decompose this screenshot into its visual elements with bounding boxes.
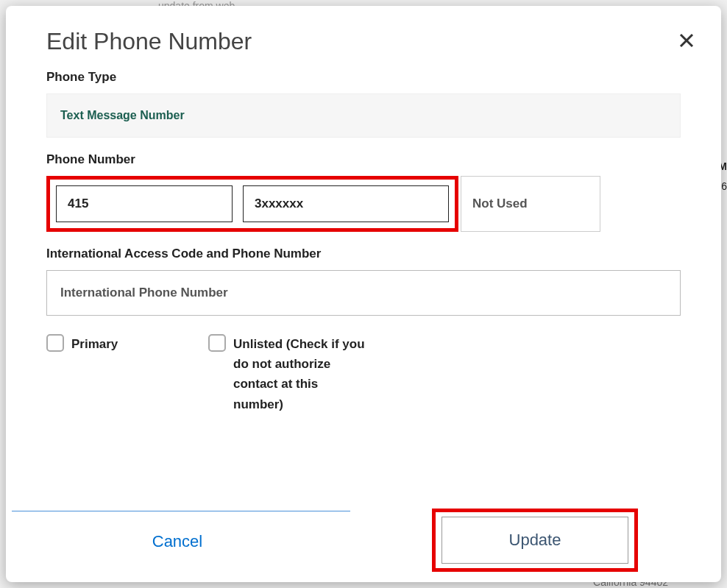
update-highlight: Update xyxy=(432,509,638,572)
primary-label: Primary xyxy=(71,334,118,354)
phone-highlight xyxy=(46,176,458,232)
phone-number-input[interactable] xyxy=(243,185,449,222)
phone-type-value: Text Message Number xyxy=(46,93,681,138)
edit-phone-modal: Edit Phone Number Phone Type Text Messag… xyxy=(6,6,721,582)
primary-checkbox-item: Primary xyxy=(46,334,208,414)
update-wrap: Update xyxy=(349,501,721,582)
intl-label: International Access Code and Phone Numb… xyxy=(46,247,681,261)
footer-divider xyxy=(12,511,350,511)
update-button[interactable]: Update xyxy=(441,517,628,564)
phone-number-row xyxy=(46,176,681,232)
unlisted-checkbox[interactable] xyxy=(208,334,226,352)
modal-footer: Cancel Update xyxy=(6,501,721,582)
extension-input[interactable] xyxy=(461,176,600,232)
intl-phone-input[interactable] xyxy=(46,270,681,316)
checkbox-row: Primary Unlisted (Check if you do not au… xyxy=(46,334,681,414)
close-button[interactable] xyxy=(674,28,699,55)
modal-body: Phone Type Text Message Number Phone Num… xyxy=(6,70,721,479)
modal-header: Edit Phone Number xyxy=(6,6,721,70)
phone-number-label: Phone Number xyxy=(46,152,681,167)
close-icon xyxy=(678,32,695,49)
modal-title: Edit Phone Number xyxy=(46,28,252,55)
unlisted-checkbox-item: Unlisted (Check if you do not authorize … xyxy=(208,334,366,414)
primary-checkbox[interactable] xyxy=(46,334,64,352)
area-code-input[interactable] xyxy=(56,185,233,222)
cancel-button[interactable]: Cancel xyxy=(6,501,349,582)
unlisted-label: Unlisted (Check if you do not authorize … xyxy=(233,334,366,414)
phone-type-label: Phone Type xyxy=(46,70,681,85)
